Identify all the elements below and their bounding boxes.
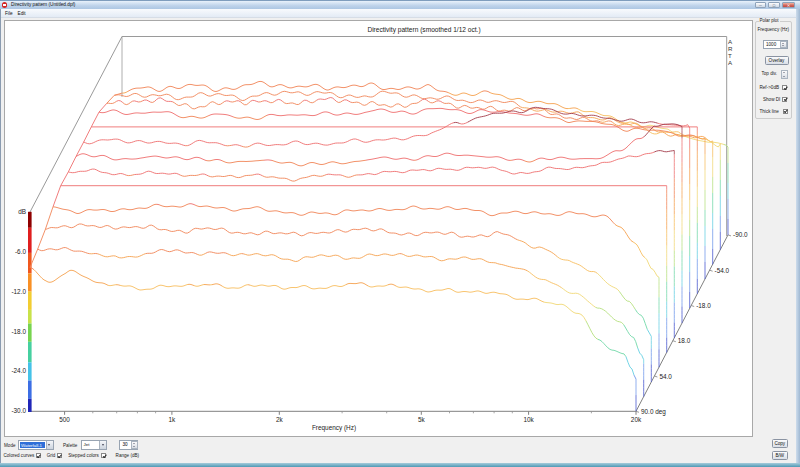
svg-text:2k: 2k xyxy=(276,416,284,423)
svg-text:20k: 20k xyxy=(631,416,642,423)
svg-text:-54.0: -54.0 xyxy=(715,267,730,274)
svg-text:Directivity pattern (smoothed: Directivity pattern (smoothed 1/12 oct.) xyxy=(367,26,480,34)
svg-text:1k: 1k xyxy=(169,416,177,423)
svg-text:18.0: 18.0 xyxy=(678,337,691,344)
svg-text:54.0: 54.0 xyxy=(659,373,672,380)
svg-text:10k: 10k xyxy=(523,416,534,423)
svg-text:500: 500 xyxy=(59,416,70,423)
svg-text:R: R xyxy=(728,45,733,52)
svg-text:-30.0: -30.0 xyxy=(11,407,26,414)
svg-text:-18.0: -18.0 xyxy=(11,328,26,335)
svg-text:-18.0: -18.0 xyxy=(696,302,711,309)
svg-text:90.0 deg: 90.0 deg xyxy=(641,408,666,416)
svg-text:-24.0: -24.0 xyxy=(11,367,26,374)
svg-text:-12.0: -12.0 xyxy=(11,288,26,295)
svg-text:-90.0: -90.0 xyxy=(733,231,748,238)
svg-text:5k: 5k xyxy=(418,416,426,423)
svg-text:-6.0: -6.0 xyxy=(15,248,26,255)
svg-text:A: A xyxy=(728,59,733,66)
svg-text:Frequency (Hz): Frequency (Hz) xyxy=(312,424,356,432)
svg-text:T: T xyxy=(728,52,732,59)
svg-text:dB: dB xyxy=(18,208,26,215)
svg-text:A: A xyxy=(728,38,733,45)
